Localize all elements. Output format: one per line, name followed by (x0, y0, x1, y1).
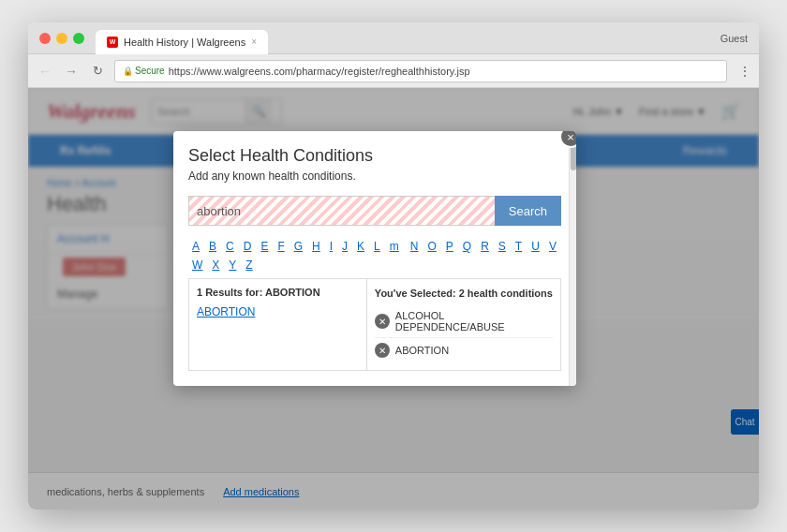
modal-scrollbar[interactable] (569, 131, 576, 386)
alpha-A[interactable]: A (188, 239, 203, 256)
traffic-lights (39, 33, 84, 44)
back-button[interactable]: ← (36, 64, 54, 79)
minimize-button[interactable] (56, 33, 67, 44)
selected-alcohol-label: ALCOHOL DEPENDENCE/ABUSE (395, 310, 553, 332)
alpha-U[interactable]: U (527, 239, 543, 256)
alpha-W[interactable]: W (188, 258, 206, 273)
browser-window: W Health History | Walgreens × Guest ← →… (28, 22, 759, 510)
close-icon: × (567, 131, 574, 144)
alpha-P[interactable]: P (442, 239, 457, 256)
url-bar[interactable]: 🔒 Secure https://www.walgreens.com/pharm… (114, 60, 727, 82)
alpha-S[interactable]: S (495, 239, 510, 256)
browser-menu-button[interactable]: ⋮ (738, 64, 751, 79)
alpha-V[interactable]: V (545, 239, 560, 256)
tab-favicon: W (107, 37, 118, 48)
remove-alcohol-button[interactable]: ✕ (375, 314, 390, 329)
condition-search-button[interactable]: Search (495, 196, 561, 226)
alpha-m[interactable]: m (386, 239, 403, 256)
page-content: Walgreens 🔍 Hi, John ▼ Find a store ▼ 🛒 … (28, 88, 759, 510)
maximize-button[interactable] (73, 33, 84, 44)
results-header: 1 Results for: ABORTION (197, 287, 359, 298)
alpha-K[interactable]: K (353, 239, 368, 256)
alpha-R[interactable]: R (477, 239, 493, 256)
url-text: https://www.walgreens.com/pharmacy/regis… (169, 66, 470, 77)
alpha-J[interactable]: J (338, 239, 351, 256)
alphabet-nav: A B C D E F G H I J K L m N O P (173, 233, 576, 278)
secure-badge: 🔒 Secure (123, 66, 165, 76)
health-conditions-modal: × Select Health Conditions Add any known… (173, 131, 576, 386)
browser-tab[interactable]: W Health History | Walgreens × (96, 30, 268, 54)
remove-abortion-button[interactable]: ✕ (375, 343, 390, 358)
tab-title: Health History | Walgreens (124, 37, 245, 48)
alpha-E[interactable]: E (257, 239, 272, 256)
close-button[interactable] (39, 33, 51, 44)
selected-item-abortion: ✕ ABORTION (375, 338, 553, 362)
guest-label: Guest (720, 33, 748, 44)
modal-search-area: Search (173, 188, 576, 233)
address-bar: ← → ↻ 🔒 Secure https://www.walgreens.com… (28, 54, 759, 88)
modal-header: Select Health Conditions Add any known h… (173, 131, 576, 188)
alpha-Q[interactable]: Q (459, 239, 475, 256)
modal-overlay: × Select Health Conditions Add any known… (28, 88, 759, 510)
selected-item-alcohol: ✕ ALCOHOL DEPENDENCE/ABUSE (375, 305, 553, 338)
refresh-button[interactable]: ↻ (88, 64, 107, 78)
selected-header: You've Selected: 2 health conditions (375, 287, 553, 300)
forward-button[interactable]: → (62, 64, 81, 79)
alpha-Z[interactable]: Z (242, 258, 256, 273)
condition-search-input[interactable] (188, 196, 495, 226)
alpha-G[interactable]: G (290, 239, 306, 256)
secure-text: Secure (135, 66, 165, 76)
selected-abortion-label: ABORTION (395, 345, 449, 356)
alpha-T[interactable]: T (512, 239, 526, 256)
alpha-L[interactable]: L (370, 239, 384, 256)
lock-icon: 🔒 (123, 66, 133, 76)
alpha-O[interactable]: O (423, 239, 439, 256)
selected-panel: You've Selected: 2 health conditions ✕ A… (367, 278, 561, 371)
title-bar: W Health History | Walgreens × Guest (28, 22, 759, 54)
modal-body: 1 Results for: ABORTION ABORTION You've … (173, 278, 576, 386)
alpha-X[interactable]: X (208, 258, 223, 273)
alpha-I[interactable]: I (326, 239, 336, 256)
alpha-Y[interactable]: Y (225, 258, 240, 273)
tab-close-icon[interactable]: × (251, 37, 257, 47)
alpha-D[interactable]: D (240, 239, 256, 256)
modal-subtitle: Add any known health conditions. (188, 170, 561, 183)
results-panel: 1 Results for: ABORTION ABORTION (188, 278, 367, 371)
url-full: https://www.walgreens.com/pharmacy/regis… (169, 66, 470, 77)
result-abortion[interactable]: ABORTION (197, 303, 359, 320)
alpha-H[interactable]: H (308, 239, 324, 256)
alpha-N[interactable]: N (407, 239, 423, 256)
alpha-C[interactable]: C (222, 239, 238, 256)
modal-title: Select Health Conditions (188, 146, 561, 166)
alpha-B[interactable]: B (205, 239, 220, 256)
alpha-F[interactable]: F (274, 239, 288, 256)
